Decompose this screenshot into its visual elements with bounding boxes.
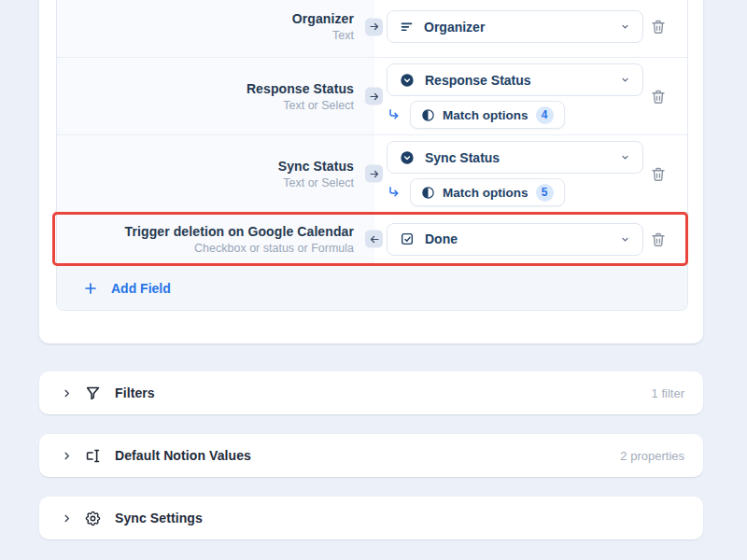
page: Organizer Text Organizer — [0, 0, 747, 560]
contrast-icon — [421, 186, 435, 200]
field-select-cell: Organizer — [374, 0, 687, 57]
match-options-label: Match options — [443, 108, 529, 122]
delete-field-button[interactable] — [648, 162, 669, 185]
chevron-down-icon — [620, 75, 630, 85]
field-mapping-row-trigger-deletion: Trigger deletion on Google Calendar Chec… — [57, 213, 687, 266]
field-mapping-row-response-status: Response Status Text or Select Response … — [57, 58, 687, 135]
section-label: Default Notion Values — [115, 448, 251, 463]
add-field-button[interactable]: Add Field — [57, 266, 687, 310]
select-circle-icon — [400, 150, 415, 165]
section-label: Sync Settings — [115, 511, 203, 525]
field-label-cell: Sync Status Text or Select — [57, 135, 374, 212]
section-meta: 1 filter — [652, 386, 684, 400]
match-count-badge: 5 — [536, 184, 554, 202]
field-label-cell: Response Status Text or Select — [57, 58, 374, 134]
chevron-right-icon — [62, 451, 72, 461]
field-mapping-row-organizer: Organizer Text Organizer — [57, 0, 687, 58]
field-select-cell: Done — [374, 213, 687, 265]
match-options-button[interactable]: Match options 5 — [410, 178, 565, 206]
gear-icon — [84, 510, 102, 527]
delete-field-button[interactable] — [648, 228, 669, 250]
section-default-notion-values[interactable]: Default Notion Values 2 properties — [39, 434, 703, 477]
arrow-left-icon — [365, 231, 383, 248]
field-mapping-panel: Organizer Text Organizer — [56, 0, 688, 311]
checkbox-checked-icon — [400, 231, 415, 246]
chevron-down-icon — [620, 152, 630, 162]
field-label: Trigger deletion on Google Calendar — [125, 224, 354, 239]
field-label-cell: Organizer Text — [57, 0, 374, 57]
input-cursor-icon — [84, 447, 102, 465]
delete-field-button[interactable] — [648, 16, 669, 38]
contrast-icon — [421, 108, 435, 122]
field-select-cell: Response Status Match — [374, 58, 687, 134]
select-value: Done — [425, 231, 458, 246]
plus-icon — [83, 281, 98, 296]
match-options-button[interactable]: Match options 4 — [410, 101, 565, 129]
delete-field-button[interactable] — [648, 85, 669, 107]
organizer-select[interactable]: Organizer — [387, 10, 643, 43]
match-options-label: Match options — [443, 186, 529, 200]
chevron-right-icon — [62, 388, 72, 399]
arrow-right-icon — [365, 88, 383, 105]
field-type: Text or Select — [283, 99, 354, 112]
field-label: Sync Status — [278, 159, 354, 174]
align-left-icon — [400, 20, 414, 34]
chevron-down-icon — [620, 21, 630, 32]
add-field-label: Add Field — [111, 281, 171, 296]
done-select[interactable]: Done — [387, 223, 643, 256]
field-select-cell: Sync Status Match opti — [374, 135, 687, 212]
arrow-right-icon — [365, 18, 383, 35]
corner-down-right-icon — [387, 107, 402, 122]
select-value: Organizer — [424, 20, 485, 35]
select-value: Response Status — [425, 73, 531, 88]
filter-icon — [84, 385, 102, 402]
match-count-badge: 4 — [536, 106, 554, 124]
field-label: Organizer — [292, 11, 354, 26]
section-filters[interactable]: Filters 1 filter — [39, 371, 703, 414]
field-label-cell: Trigger deletion on Google Calendar Chec… — [57, 213, 374, 265]
chevron-down-icon — [620, 234, 630, 245]
response-status-select[interactable]: Response Status — [387, 63, 643, 96]
select-circle-icon — [400, 73, 415, 88]
section-sync-settings[interactable]: Sync Settings — [39, 497, 703, 539]
arrow-right-icon — [365, 165, 383, 183]
sync-status-select[interactable]: Sync Status — [387, 141, 643, 174]
section-label: Filters — [115, 385, 155, 400]
field-label: Response Status — [247, 81, 354, 96]
field-type: Text or Select — [283, 176, 354, 189]
chevron-right-icon — [62, 513, 72, 524]
corner-down-right-icon — [387, 185, 402, 200]
select-value: Sync Status — [425, 150, 500, 165]
field-mapping-row-sync-status: Sync Status Text or Select Sync Status — [57, 135, 687, 213]
field-type: Text — [332, 29, 354, 42]
field-type: Checkbox or status or Formula — [194, 242, 354, 255]
section-meta: 2 properties — [620, 449, 684, 463]
